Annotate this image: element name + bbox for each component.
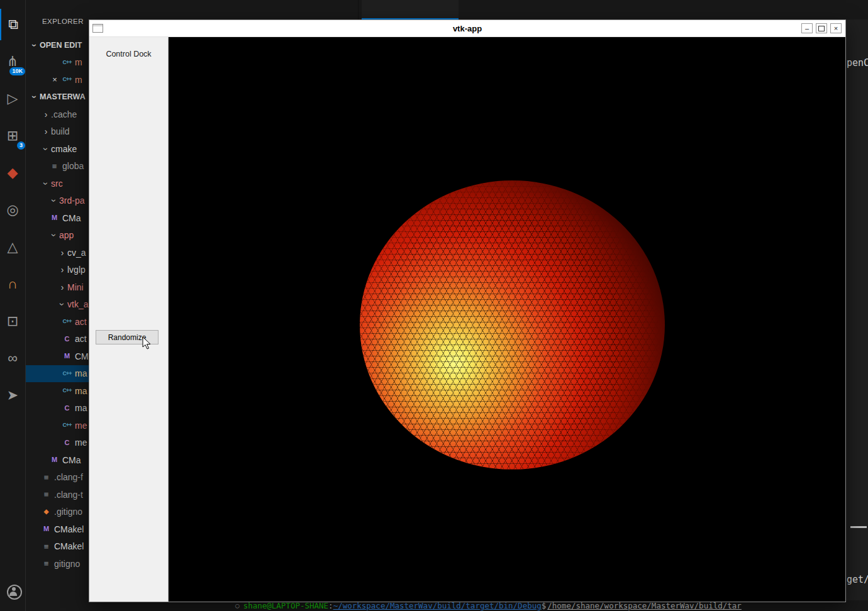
cmake-file-icon: M xyxy=(62,353,72,360)
chevron-right-icon[interactable]: › xyxy=(41,110,51,119)
explorer-title: EXPLORER xyxy=(42,18,84,25)
open-editor-label: m xyxy=(75,75,82,85)
open-editors-label: OPEN EDIT xyxy=(40,41,82,50)
sphere-mesh[interactable] xyxy=(360,180,665,470)
c-file-icon: C xyxy=(62,405,72,412)
testing-glyph: △ xyxy=(8,239,18,255)
comments-glyph: ⊡ xyxy=(7,313,18,329)
explorer-glyph: ⧉ xyxy=(8,16,18,33)
tree-item-label: .clang-f xyxy=(54,472,83,482)
live-share-glyph: ∞ xyxy=(8,350,18,366)
extensions-icon[interactable]: ⊞3 xyxy=(0,120,25,151)
vtk-app-window: vtk-app – × Control Dock Randomize xyxy=(89,19,846,602)
scrollbar-marker[interactable] xyxy=(850,526,867,528)
chevron-right-icon[interactable]: › xyxy=(57,248,67,257)
tree-item-label: Mini xyxy=(67,282,84,292)
editor-text-fragment: penC xyxy=(847,57,868,69)
tree-item-label: 3rd-pa xyxy=(59,195,84,206)
window-icon xyxy=(92,24,103,33)
tree-item-label: ma xyxy=(75,368,87,378)
tree-item-label: build xyxy=(51,126,70,136)
minimize-button[interactable]: – xyxy=(801,23,813,33)
list-file-icon: ≡ xyxy=(41,490,52,498)
chevron-down-icon: › xyxy=(30,40,39,50)
run-debug-glyph: ▷ xyxy=(8,91,18,107)
tree-item-label: .clang-t xyxy=(54,490,83,500)
chevron-down-icon[interactable]: › xyxy=(42,144,50,154)
testing-icon[interactable]: △ xyxy=(0,231,25,263)
close-icon[interactable]: × xyxy=(48,75,62,84)
tree-item-label: me xyxy=(75,438,87,448)
diamond-file-icon: ◆ xyxy=(41,509,52,515)
list-file-icon: ≡ xyxy=(41,542,52,551)
gitlens-icon[interactable]: ◆ xyxy=(0,157,25,189)
tree-item-label: me xyxy=(75,421,87,431)
chevron-right-icon[interactable]: › xyxy=(41,127,51,136)
tree-item-label: CMa xyxy=(62,213,81,223)
list-file-icon: ≡ xyxy=(49,162,60,170)
maximize-icon xyxy=(818,26,825,31)
tree-item-label: app xyxy=(59,230,74,240)
c-file-icon: C xyxy=(62,439,72,446)
cpp-file-icon: C++ xyxy=(62,77,72,82)
chevron-right-icon[interactable]: › xyxy=(57,265,67,274)
terminal-link-icon: ○ xyxy=(235,602,240,610)
randomize-button[interactable]: Randomize xyxy=(96,330,159,344)
send-icon[interactable]: ➤ xyxy=(0,380,25,411)
render-viewport[interactable] xyxy=(169,37,845,602)
comments-icon[interactable]: ⊡ xyxy=(0,306,25,337)
list-file-icon: ≡ xyxy=(41,473,52,482)
tree-item-label: act xyxy=(75,334,87,344)
close-button[interactable]: × xyxy=(830,23,842,33)
tree-item-label: cv_a xyxy=(67,248,86,258)
maximize-button[interactable] xyxy=(816,23,827,33)
remote-explorer-glyph: ◎ xyxy=(6,202,18,218)
run-debug-icon[interactable]: ▷ xyxy=(0,83,25,114)
source-control-icon[interactable]: ⋔10K xyxy=(0,46,25,77)
cmake-file-icon: M xyxy=(49,214,60,221)
editor-tab[interactable] xyxy=(233,0,359,19)
terminal-command[interactable]: /home/shane/workspace/MasterWav/build/ta… xyxy=(547,601,742,610)
chevron-down-icon[interactable]: › xyxy=(50,195,58,206)
tree-item-label: ma xyxy=(75,386,87,396)
control-dock-title: Control Dock xyxy=(89,50,168,58)
c-file-icon: C xyxy=(62,336,72,343)
tree-item-label: CMakel xyxy=(54,541,84,551)
chevron-right-icon[interactable]: › xyxy=(57,283,67,292)
tree-item-label: CMa xyxy=(62,455,81,465)
tree-item-label: .cache xyxy=(51,109,77,119)
account-icon[interactable] xyxy=(7,585,22,600)
send-glyph: ➤ xyxy=(7,387,18,404)
tree-item-label: src xyxy=(51,179,63,189)
live-share-icon[interactable]: ∞ xyxy=(0,343,25,374)
cpp-file-icon: C++ xyxy=(62,60,72,65)
window-title: vtk-app xyxy=(89,24,845,33)
control-dock-panel: Control Dock Randomize xyxy=(89,37,169,602)
tree-item-label: act xyxy=(75,317,87,327)
cpp-file-icon: C++ xyxy=(62,319,72,324)
tree-item-label: cmake xyxy=(51,144,77,154)
chevron-down-icon[interactable]: › xyxy=(42,179,50,189)
editor-tab-bar xyxy=(230,0,868,19)
wireframe-overlay xyxy=(360,180,665,470)
terminal-cwd[interactable]: ~/workspace/MasterWav/build/target/bin/D… xyxy=(333,601,542,610)
cpp-file-icon: C++ xyxy=(62,388,72,394)
tool-orange-icon[interactable]: ∩ xyxy=(0,268,25,300)
cmake-file-icon: M xyxy=(41,526,52,532)
tree-item-label: CMakel xyxy=(54,524,84,534)
activity-badge: 3 xyxy=(17,141,25,150)
explorer-icon[interactable]: ⧉ xyxy=(0,9,25,40)
terminal-dollar: $ xyxy=(542,601,547,610)
tree-item-label: ma xyxy=(75,403,87,413)
editor-tab-active[interactable] xyxy=(362,0,459,19)
tree-item-label: globa xyxy=(62,161,84,171)
gitlens-glyph: ◆ xyxy=(8,165,18,181)
terminal-user-host: shane@LAPTOP-SHANE xyxy=(243,601,328,610)
window-title-bar[interactable]: vtk-app – × xyxy=(89,20,845,37)
chevron-down-icon[interactable]: › xyxy=(50,230,58,240)
cmake-file-icon: M xyxy=(49,456,60,463)
tool-orange-glyph: ∩ xyxy=(8,276,18,292)
chevron-down-icon[interactable]: › xyxy=(58,299,67,309)
cpp-file-icon: C++ xyxy=(62,371,72,377)
remote-explorer-icon[interactable]: ◎ xyxy=(0,194,25,226)
